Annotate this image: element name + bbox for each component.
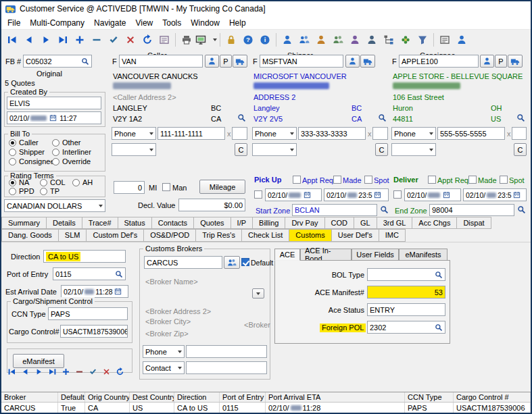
bill-to-consignee-radio[interactable]: Consignee bbox=[9, 157, 55, 166]
manual-miles-label[interactable]: Man bbox=[172, 184, 187, 192]
tab-user-defs[interactable]: User Def's bbox=[332, 229, 379, 242]
caller-profile-button[interactable] bbox=[205, 55, 219, 68]
deliver-date1-field[interactable]: 02/10/ bbox=[404, 188, 461, 201]
nav-prev-button[interactable] bbox=[21, 32, 37, 48]
tab-slm[interactable]: SLM bbox=[59, 229, 87, 242]
bill-to-override-label[interactable]: Override bbox=[62, 157, 91, 166]
brokers-grid-row[interactable]: CARCUS True CA US CA to US 0115 02/10/ 1… bbox=[1, 403, 531, 414]
bill-to-interliner-label[interactable]: Interliner bbox=[62, 148, 91, 157]
shipper-phone2-type-select[interactable] bbox=[252, 143, 297, 156]
tab-drv-pay[interactable]: Drv Pay bbox=[285, 217, 324, 229]
currency-select[interactable]: CANADIAN DOLLARS bbox=[4, 199, 105, 212]
rating-ah-label[interactable]: AH bbox=[82, 178, 93, 187]
record-refresh-button[interactable] bbox=[114, 365, 126, 378]
calendar-icon[interactable] bbox=[443, 191, 450, 199]
broker-code-field[interactable]: CARCUS bbox=[144, 256, 222, 269]
rating-tp-radio[interactable]: TP bbox=[40, 187, 59, 196]
consignee-address-lookup-button[interactable] bbox=[516, 113, 525, 122]
caller-ext-field[interactable] bbox=[232, 127, 247, 140]
rating-ppd-label[interactable]: PPD bbox=[19, 187, 34, 196]
calendar-icon[interactable] bbox=[513, 191, 521, 199]
broker-phone-type-select[interactable]: Phone bbox=[143, 345, 185, 358]
direction-field[interactable]: CA to US bbox=[43, 250, 126, 263]
menu-window[interactable]: Window bbox=[186, 17, 224, 29]
add-record-button[interactable] bbox=[72, 32, 88, 48]
remove-record-button[interactable] bbox=[89, 32, 105, 48]
accounts-button[interactable] bbox=[454, 32, 470, 48]
record-add-button[interactable] bbox=[59, 365, 72, 378]
end-zone-lookup-button[interactable] bbox=[517, 205, 526, 214]
broker-people-button[interactable] bbox=[224, 256, 240, 269]
record-accept-button[interactable] bbox=[87, 365, 99, 378]
caller-phone-type-select[interactable]: Phone bbox=[112, 127, 156, 140]
manual-miles-checkbox[interactable] bbox=[162, 183, 170, 191]
tab-trip-ress[interactable]: Trip Res's bbox=[196, 229, 242, 242]
record-last-button[interactable] bbox=[46, 365, 58, 378]
deliver-made-checkbox[interactable] bbox=[468, 176, 477, 184]
print-button[interactable] bbox=[178, 32, 195, 48]
shipper-address-lookup-button[interactable] bbox=[378, 113, 387, 122]
bill-to-caller-radio[interactable]: Caller bbox=[9, 138, 39, 147]
created-by-user-field[interactable]: ELVIS bbox=[7, 97, 101, 109]
tab-billing[interactable]: Billing bbox=[253, 217, 285, 229]
tab-summary[interactable]: Summary bbox=[1, 217, 47, 229]
bol-type-field[interactable] bbox=[367, 268, 445, 281]
col-cargo-control[interactable]: Cargo Control # bbox=[454, 392, 531, 402]
menu-help[interactable]: Help bbox=[224, 17, 251, 29]
record-next-button[interactable] bbox=[32, 365, 45, 378]
pickup-made-label[interactable]: Made bbox=[343, 176, 362, 185]
calendar-icon[interactable] bbox=[374, 191, 381, 199]
radio-icon[interactable] bbox=[52, 158, 59, 165]
consignee-ext-field[interactable] bbox=[512, 127, 527, 140]
start-zone-field[interactable]: BCLAN bbox=[292, 204, 377, 216]
menu-multi-company[interactable]: Multi-Company bbox=[25, 17, 89, 29]
rating-col-label[interactable]: COL bbox=[50, 178, 66, 187]
consignee-p-button[interactable]: P bbox=[495, 55, 507, 68]
record-remove-button[interactable] bbox=[73, 365, 85, 378]
radio-icon[interactable] bbox=[52, 149, 59, 156]
deliver-made-label[interactable]: Made bbox=[478, 176, 497, 185]
caller-address-lookup-button[interactable] bbox=[237, 113, 246, 122]
tab-emanifests[interactable]: eManifests bbox=[399, 249, 448, 261]
pickup-date-checkbox[interactable] bbox=[254, 190, 262, 199]
tab-acc-chgs[interactable]: Acc Chgs bbox=[412, 217, 457, 229]
radio-icon[interactable] bbox=[9, 188, 16, 195]
radio-icon[interactable] bbox=[40, 188, 47, 195]
bill-to-caller-label[interactable]: Caller bbox=[19, 138, 39, 147]
record-cancel-button[interactable] bbox=[100, 365, 112, 378]
menu-file[interactable]: File bbox=[3, 17, 25, 29]
broker-contact-select[interactable]: Contact bbox=[143, 361, 185, 374]
decl-value-field[interactable]: $0.00 bbox=[178, 199, 245, 211]
start-zone-lookup-button[interactable] bbox=[380, 205, 389, 214]
consignee-truck-button[interactable] bbox=[508, 55, 523, 68]
shipper-ext-field[interactable] bbox=[372, 127, 388, 140]
consignee-phone-type-select[interactable]: Phone bbox=[391, 127, 436, 140]
record-first-button[interactable] bbox=[5, 365, 18, 378]
tab-check-list[interactable]: Check List bbox=[242, 229, 289, 242]
pickup-spot-checkbox[interactable] bbox=[364, 176, 372, 184]
shipper-contact-button[interactable]: C bbox=[375, 143, 388, 156]
col-orig-country[interactable]: Orig Country bbox=[85, 392, 130, 402]
deliver-spot-checkbox[interactable] bbox=[500, 176, 508, 184]
shipper-phone-type-select[interactable]: Phone bbox=[252, 127, 297, 140]
tab-3rd-gl[interactable]: 3rd GL bbox=[377, 217, 413, 229]
help-button[interactable] bbox=[240, 32, 256, 48]
tab-details[interactable]: Details bbox=[47, 217, 82, 229]
tab-ace-active[interactable]: ACE bbox=[274, 249, 300, 261]
fb-number-field[interactable]: C05032 bbox=[23, 55, 92, 68]
radio-icon[interactable] bbox=[9, 139, 16, 147]
pickup-made-checkbox[interactable] bbox=[333, 176, 341, 184]
user-lookup-button[interactable] bbox=[364, 32, 380, 48]
pickup-date2-field[interactable]: 02/10/ 23:5 bbox=[324, 188, 389, 201]
personnel-button[interactable] bbox=[347, 32, 363, 48]
tab-user-fields[interactable]: User Fields bbox=[352, 249, 399, 261]
services-button[interactable] bbox=[397, 32, 414, 48]
rating-ppd-radio[interactable]: PPD bbox=[9, 187, 34, 196]
ace-manifest-field[interactable]: 53 bbox=[367, 286, 445, 299]
tab-ace-in-bond[interactable]: ACE In-Bond bbox=[300, 249, 352, 261]
refresh-button[interactable] bbox=[139, 32, 155, 48]
consignee-code-field[interactable]: APPLE100 bbox=[399, 55, 479, 68]
tab-imc[interactable]: IMC bbox=[379, 229, 406, 242]
radio-icon[interactable] bbox=[9, 149, 16, 156]
bill-to-consignee-label[interactable]: Consignee bbox=[19, 157, 55, 166]
